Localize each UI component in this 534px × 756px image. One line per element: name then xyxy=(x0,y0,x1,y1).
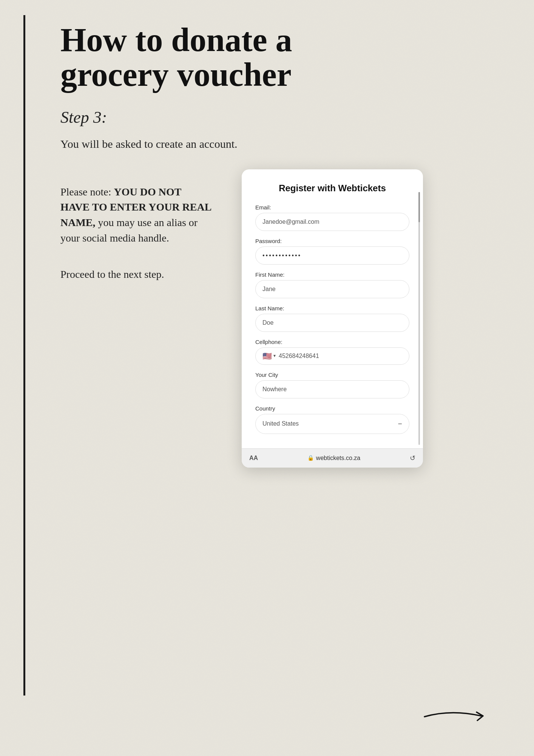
main-content: How to donate a grocery voucher Step 3: … xyxy=(30,23,504,468)
browser-url-area: 🔒 webtickets.co.za xyxy=(307,455,360,462)
cellphone-input-row: 🇺🇸 ▾ xyxy=(255,347,409,365)
email-field-group: Email: xyxy=(255,204,409,231)
cellphone-label: Cellphone: xyxy=(255,339,409,345)
password-label: Password: xyxy=(255,238,409,244)
refresh-icon[interactable]: ↺ xyxy=(410,454,415,462)
email-label: Email: xyxy=(255,204,409,211)
scrollbar[interactable] xyxy=(418,192,420,445)
last-name-label: Last Name: xyxy=(255,305,409,311)
arrow-container xyxy=(421,702,496,726)
next-arrow xyxy=(421,702,496,724)
first-name-field-group: First Name: xyxy=(255,271,409,298)
main-title: How to donate a grocery voucher xyxy=(60,23,325,93)
city-label: Your City xyxy=(255,372,409,378)
left-border-line xyxy=(23,15,25,696)
last-name-input[interactable] xyxy=(255,314,409,332)
country-field-group: Country − xyxy=(255,405,409,434)
browser-mockup: Register with Webtickets Email: Password… xyxy=(242,169,423,468)
country-label: Country xyxy=(255,405,409,412)
browser-address-bar: AA 🔒 webtickets.co.za ↺ xyxy=(242,448,423,468)
content-row: Please note: YOU DO NOT HAVE TO ENTER YO… xyxy=(60,169,504,468)
proceed-area: Proceed to the next step. xyxy=(60,268,211,280)
browser-url-text[interactable]: webtickets.co.za xyxy=(316,455,360,462)
phone-input[interactable] xyxy=(279,353,402,359)
country-code-dropdown[interactable]: ▾ xyxy=(273,353,276,359)
email-input[interactable] xyxy=(255,213,409,231)
proceed-note: Proceed to the next step. xyxy=(60,268,211,280)
city-input[interactable] xyxy=(255,380,409,398)
step-label: Step 3: xyxy=(60,108,504,127)
password-input[interactable] xyxy=(255,246,409,265)
register-form-title: Register with Webtickets xyxy=(255,183,409,194)
first-name-label: First Name: xyxy=(255,271,409,278)
password-field-group: Password: xyxy=(255,238,409,265)
city-field-group: Your City xyxy=(255,372,409,398)
step-description: You will be asked to create an account. xyxy=(60,138,504,150)
first-name-input[interactable] xyxy=(255,280,409,298)
browser-aa-button[interactable]: AA xyxy=(249,455,258,462)
country-minus-icon[interactable]: − xyxy=(398,420,402,428)
country-input[interactable] xyxy=(262,420,398,427)
left-note-area: Please note: YOU DO NOT HAVE TO ENTER YO… xyxy=(60,169,219,280)
country-input-row: − xyxy=(255,414,409,434)
page-wrapper: How to donate a grocery voucher Step 3: … xyxy=(0,0,534,756)
please-note-text: Please note: YOU DO NOT HAVE TO ENTER YO… xyxy=(60,184,211,246)
last-name-field-group: Last Name: xyxy=(255,305,409,332)
register-form: Register with Webtickets Email: Password… xyxy=(242,169,423,448)
scroll-thumb[interactable] xyxy=(418,192,420,222)
lock-icon: 🔒 xyxy=(307,455,314,461)
cellphone-field-group: Cellphone: 🇺🇸 ▾ xyxy=(255,339,409,365)
flag-icon: 🇺🇸 xyxy=(262,352,272,361)
